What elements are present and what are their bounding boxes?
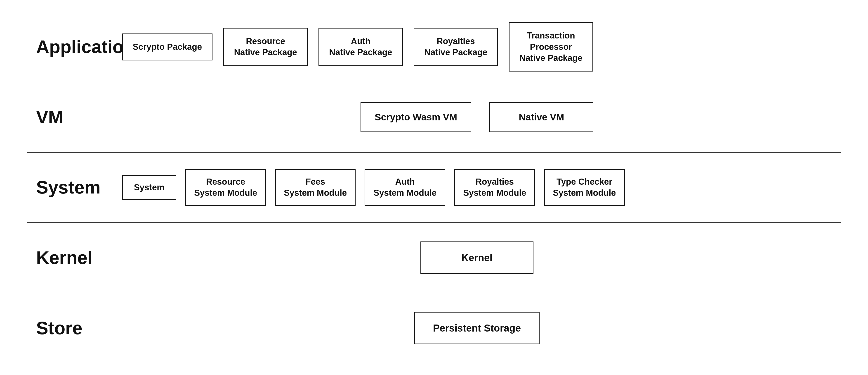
box-auth-native-package: Auth Native Package [318,28,403,66]
system-content: System Resource System Module Fees Syste… [113,165,841,210]
box-transaction-processor-native-package: Transaction Processor Native Package [509,22,593,71]
box-fees-system-module: Fees System Module [275,169,356,206]
box-resource-native-package: Resource Native Package [223,28,308,66]
box-scrypto-wasm-vm: Scrypto Wasm VM [361,102,471,133]
box-royalties-system-module: Royalties System Module [454,169,535,206]
application-layer: Application Scrypto Package Resource Nat… [27,12,841,83]
box-type-checker-system-module: Type Checker System Module [544,169,625,206]
store-content: Persistent Storage [113,307,841,349]
application-label: Application [27,36,113,57]
box-scrypto-package: Scrypto Package [122,33,213,60]
kernel-content: Kernel [113,237,841,278]
application-content: Scrypto Package Resource Native Package … [113,18,841,76]
kernel-label: Kernel [27,248,113,268]
box-persistent-storage: Persistent Storage [414,312,540,344]
store-label: Store [27,318,113,339]
box-royalties-native-package: Royalties Native Package [414,28,498,66]
box-system: System [122,175,176,200]
box-native-vm: Native VM [489,102,593,133]
store-layer: Store Persistent Storage [27,293,841,363]
system-label: System [27,177,113,198]
box-resource-system-module: Resource System Module [185,169,266,206]
architecture-diagram: Application Scrypto Package Resource Nat… [27,12,841,363]
vm-layer: VM Scrypto Wasm VM Native VM [27,82,841,153]
box-kernel: Kernel [421,241,533,274]
box-auth-system-module: Auth System Module [365,169,445,206]
system-layer: System System Resource System Module Fee… [27,153,841,223]
vm-content: Scrypto Wasm VM Native VM [113,98,841,137]
kernel-layer: Kernel Kernel [27,223,841,293]
vm-label: VM [27,107,113,127]
